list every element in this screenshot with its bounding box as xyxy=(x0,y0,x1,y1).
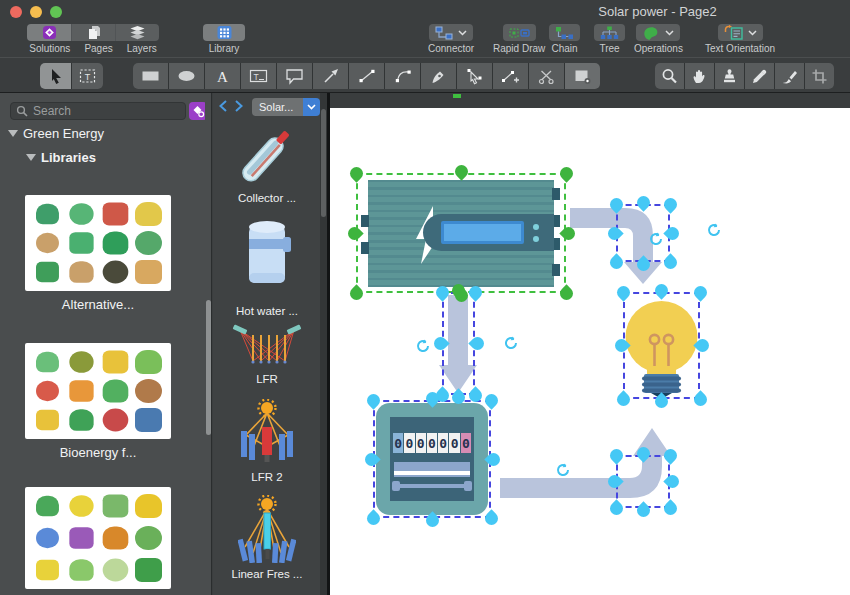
library-scrollbar[interactable] xyxy=(320,93,327,595)
inverter-tab xyxy=(361,215,369,227)
clipart-thumbnail-item xyxy=(102,380,127,403)
pen-tool-button[interactable] xyxy=(421,63,456,89)
chain-label: Chain xyxy=(551,43,577,54)
pan-tool-button[interactable] xyxy=(685,63,714,89)
arrow-icon xyxy=(322,68,340,84)
tree-item-green-energy[interactable]: Green Energy xyxy=(8,126,104,141)
canvas-area[interactable]: 0000000 xyxy=(330,93,850,595)
clipart-thumbnail-item xyxy=(135,231,162,255)
back-arrow-icon[interactable] xyxy=(218,100,228,112)
crop-tool-button[interactable] xyxy=(805,63,834,89)
library-shape-collector[interactable] xyxy=(213,123,321,187)
rotate-handle-icon[interactable] xyxy=(649,232,663,246)
inverter-shape[interactable] xyxy=(368,180,554,287)
clipart-thumbnail-item xyxy=(36,381,59,401)
library-shape-lfr[interactable] xyxy=(213,323,321,367)
clipart-thumbnail-item xyxy=(135,202,162,226)
inverter-display xyxy=(441,221,524,244)
solution-search-icon xyxy=(192,105,205,118)
library-panel: Solar... Collector ... xyxy=(213,93,330,595)
clipart-thumbnail-item xyxy=(102,261,127,284)
rotate-handle-icon[interactable] xyxy=(416,339,430,353)
select-tool-button[interactable] xyxy=(40,63,71,89)
library-shape-linear-fresnel[interactable] xyxy=(213,495,321,563)
scissors-tool-button[interactable] xyxy=(529,63,564,89)
disclosure-triangle-icon[interactable] xyxy=(8,130,18,137)
line-tool-button[interactable] xyxy=(349,63,384,89)
titlebar: Solar power - Page2 xyxy=(0,0,850,22)
text-block-tool-button[interactable]: T xyxy=(241,63,276,89)
text-orientation-label: Text Orientation xyxy=(705,43,775,54)
operations-button[interactable] xyxy=(636,24,680,41)
forward-arrow-icon[interactable] xyxy=(234,100,244,112)
clipart-thumbnail-item xyxy=(135,494,162,518)
disclosure-triangle-icon[interactable] xyxy=(26,154,36,161)
connector-icon xyxy=(435,26,453,40)
library-scrollbar-thumb[interactable] xyxy=(321,109,326,217)
chevron-down-icon xyxy=(307,104,316,110)
brush-tool-button[interactable] xyxy=(775,63,804,89)
meter-digit: 0 xyxy=(449,433,459,453)
light-bulb-shape[interactable] xyxy=(623,292,700,399)
rotate-handle-icon[interactable] xyxy=(556,463,570,477)
library-button[interactable] xyxy=(203,24,245,41)
rectangle-tool-button[interactable] xyxy=(133,63,168,89)
curve-tool-button[interactable] xyxy=(385,63,420,89)
solutions-button[interactable] xyxy=(27,24,71,41)
library-icon xyxy=(216,25,233,40)
stamp-icon xyxy=(721,68,738,85)
rapid-draw-button[interactable] xyxy=(503,24,536,41)
rectangle-icon xyxy=(141,68,160,84)
app-window: Solar power - Page2 Solutions Pages Laye… xyxy=(0,0,850,595)
library-select-dropdown[interactable]: Solar... xyxy=(252,98,320,116)
zoom-tool-button[interactable] xyxy=(655,63,684,89)
chevron-down-icon xyxy=(748,30,757,36)
clipart-thumbnail-item xyxy=(102,495,127,518)
clipart-thumbnail-item xyxy=(36,496,59,516)
library-preview-plants[interactable] xyxy=(25,487,171,589)
chain-button[interactable] xyxy=(549,24,580,41)
tree-button[interactable] xyxy=(594,24,625,41)
layers-icon xyxy=(128,25,147,40)
zoom-window-button[interactable] xyxy=(50,6,62,18)
rotate-handle-icon[interactable] xyxy=(707,223,721,237)
callout-tool-button[interactable] xyxy=(277,63,312,89)
add-point-tool-button[interactable] xyxy=(493,63,528,89)
rapid-draw-icon xyxy=(509,26,530,40)
text-orientation-button[interactable] xyxy=(718,24,763,41)
sidebar-scrollbar-thumb[interactable] xyxy=(206,300,211,435)
dropdown-button[interactable] xyxy=(303,98,320,116)
node-edit-tool-button[interactable] xyxy=(457,63,492,89)
stamp-tool-button[interactable] xyxy=(715,63,744,89)
library-preview-bioenergy[interactable] xyxy=(25,343,171,439)
arrow-tool-button[interactable] xyxy=(313,63,348,89)
sidebar-scrollbar[interactable] xyxy=(205,93,212,595)
clipart-thumbnail-item xyxy=(135,379,162,403)
lfr2-shape-icon xyxy=(238,399,296,465)
layers-button[interactable] xyxy=(115,24,159,41)
electric-meter-shape[interactable]: 0000000 xyxy=(376,403,488,515)
text-select-icon: T xyxy=(79,68,96,84)
clipart-thumbnail-item xyxy=(102,351,127,374)
search-input[interactable] xyxy=(10,102,186,120)
eyedropper-tool-button[interactable] xyxy=(745,63,774,89)
library-preview-alternative[interactable] xyxy=(25,195,171,291)
tree-item-libraries[interactable]: Libraries xyxy=(26,150,96,165)
minimize-window-button[interactable] xyxy=(30,6,42,18)
cursor-icon xyxy=(48,68,64,85)
close-window-button[interactable] xyxy=(10,6,22,18)
connector-button[interactable] xyxy=(429,24,473,41)
library-shape-hot-water[interactable] xyxy=(213,217,321,291)
ellipse-tool-button[interactable] xyxy=(169,63,204,89)
text-tool-button[interactable]: A xyxy=(205,63,240,89)
rotate-handle-icon[interactable] xyxy=(504,336,518,350)
pages-button[interactable] xyxy=(71,24,115,41)
meter-digit: 0 xyxy=(416,433,426,453)
tree-item-label: Libraries xyxy=(41,150,96,165)
library-shape-lfr2[interactable] xyxy=(213,399,321,465)
sidebar: Green Energy Libraries Alternative... Bi… xyxy=(0,93,205,595)
clipart-thumbnail-item xyxy=(36,233,59,253)
text-select-tool-button[interactable]: T xyxy=(72,63,103,89)
frame-tool-button[interactable] xyxy=(565,63,600,89)
main-toolbar: Solutions Pages Layers Library Connector… xyxy=(0,22,850,57)
